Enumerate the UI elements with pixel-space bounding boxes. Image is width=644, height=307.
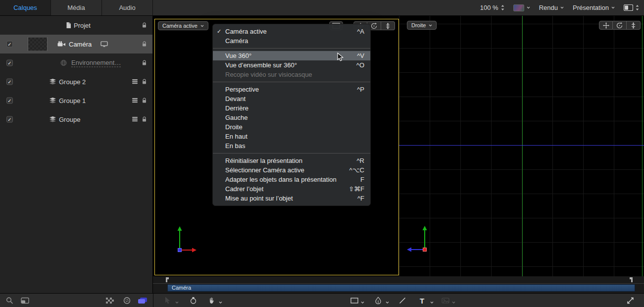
tab-media[interactable]: Média [51,0,102,15]
rendu-dropdown[interactable]: Rendu [539,4,564,11]
pan-icon [603,22,609,29]
menu-item-gauche[interactable]: Gauche [213,113,370,122]
layer-thumbnail [28,37,48,51]
menu-item-shortcut: ^F [357,195,364,202]
menu-item-en-haut[interactable]: En haut [213,132,370,141]
layer-row-right-icons [132,98,147,103]
menu-checkmark-icon: ✓ [217,28,225,35]
camera-view-label-left: Caméra active [162,23,198,29]
menu-item-reinitialiser-la-presentation[interactable]: Réinitialiser la présentation^R [213,156,370,165]
globe-icon [60,60,67,66]
rect-tool-icon[interactable] [350,298,358,304]
line-tool-icon[interactable] [399,297,406,304]
visibility-checkbox[interactable]: ✓ [6,116,13,123]
layer-row-camera[interactable]: ✓Caméra [0,35,152,53]
toolbar-divider [153,294,153,307]
layer-row-groupe[interactable]: ✓Groupe [0,110,152,129]
dolly-tool-button[interactable] [381,21,395,30]
chevron-down-icon [430,301,434,304]
menu-item-label: En haut [225,133,355,140]
lock-icon[interactable] [142,22,147,28]
menu-item-label: En bas [225,142,355,150]
menu-item-adapter-les-objets-dans-la-presentation[interactable]: Adapter les objets dans la présentationF [213,175,370,184]
menu-item-shortcut: ^O [356,61,364,69]
menu-item-vue-d-ensemble-sur-360[interactable]: Vue d’ensemble sur 360°^O [213,60,370,70]
play-range-out-marker[interactable] [629,277,633,283]
visibility-checkbox[interactable]: ✓ [6,60,13,66]
color-swatch-dropdown[interactable] [513,4,530,11]
menu-item-en-bas[interactable]: En bas [213,141,370,151]
paint-tool-icon[interactable] [375,297,381,304]
menu-item-shortcut: ^P [357,86,364,93]
dolly-icon [385,23,391,29]
visibility-checkbox[interactable]: ✓ [6,79,13,85]
pan-tool-button[interactable] [599,21,613,30]
timeline-track-camera[interactable]: Caméra [167,284,635,292]
chevron-down-icon [611,6,615,9]
visibility-checkbox[interactable]: ✓ [6,98,13,104]
image-tool-icon[interactable] [442,298,449,304]
menu-item-camera-active[interactable]: ✓Caméra active^A [213,27,370,36]
menu-item-perspective[interactable]: Perspective^P [213,85,370,94]
hand-tool-icon[interactable] [208,297,216,304]
visibility-checkbox[interactable]: ✓ [6,41,13,48]
layer-list: Projet✓Caméra✓Environnement…✓Groupe 2✓Gr… [0,16,152,129]
lock-icon[interactable] [142,98,147,103]
menu-item-label: Vue d’ensemble sur 360° [225,61,347,69]
lock-icon[interactable] [142,79,147,85]
menu-item-vue-360[interactable]: Vue 360°^V [213,51,370,60]
stack-icon [49,98,56,103]
viewport-right[interactable]: Droite [399,16,644,276]
stepper-updown-icon[interactable] [501,5,504,10]
stepper-updown-icon [636,5,639,10]
menu-item-shortcut: ⇧⌘F [348,185,364,193]
menu-item-mise-au-point-sur-l-objet[interactable]: Mise au point sur l’objet^F [213,194,370,203]
menu-item-shortcut: ^R [357,157,365,164]
app-window: { "topbar": { "tabs": [ {"label": "Calqu… [0,0,644,307]
panel-layout-button[interactable] [624,4,639,11]
menu-item-droite[interactable]: Droite [213,122,370,132]
bezier-tool-icon[interactable] [190,297,197,304]
play-range-in-marker[interactable] [165,277,170,283]
text-tool-icon[interactable]: T [420,297,424,304]
layers-icon[interactable] [138,297,148,304]
tab-calques[interactable]: Calques [0,0,51,15]
dolly-tool-button[interactable] [627,21,641,30]
layer-label: Projet [74,22,91,29]
tab-audio[interactable]: Audio [102,0,153,15]
layer-row-projet[interactable]: Projet [0,16,152,35]
chevron-down-icon [200,25,204,27]
chevron-down-icon [429,24,432,27]
menu-item-devant[interactable]: Devant [213,94,370,103]
menu-item-camera[interactable]: Caméra [213,36,370,46]
presentation-dropdown[interactable]: Présentation [573,4,615,11]
camera-view-dropdown-right[interactable]: Droite [407,21,437,30]
axis-gizmo-left [164,223,199,254]
arrow-tool-icon[interactable] [165,297,171,304]
sheet-icon [132,98,138,103]
lock-icon[interactable] [142,60,147,66]
lock-icon[interactable] [142,41,147,47]
menu-item-selectionner-camera-active[interactable]: Sélectionner Caméra active^⌥C [213,165,370,175]
menu-item-cadrer-l-objet[interactable]: Cadrer l’objet⇧⌘F [213,184,370,194]
search-icon[interactable] [6,297,13,304]
menu-item-derriere[interactable]: Derrière [213,103,370,113]
zoom-control[interactable]: 100 % [480,4,504,11]
menu-item-label: Derrière [225,104,355,112]
display-icon [100,41,108,47]
checkerboard-icon[interactable] [106,298,114,304]
frame-icon[interactable] [21,297,29,304]
layer-label: Caméra [69,41,92,48]
layer-row-groupe-1[interactable]: ✓Groupe 1 [0,91,152,110]
expand-icon[interactable] [627,297,634,304]
camera-view-dropdown-left[interactable]: Caméra active [158,21,208,30]
layer-row-environnement[interactable]: ✓Environnement… [0,53,152,72]
document-icon [66,22,71,29]
orbit-tool-button[interactable] [613,21,627,30]
layer-row-groupe-2[interactable]: ✓Groupe 2 [0,72,152,91]
menu-item-label: Sélectionner Caméra active [225,166,341,174]
orbit-icon [371,23,377,29]
layer-label: Environnement… [71,59,121,67]
aperture-icon[interactable] [123,297,131,304]
lock-icon[interactable] [142,116,147,122]
